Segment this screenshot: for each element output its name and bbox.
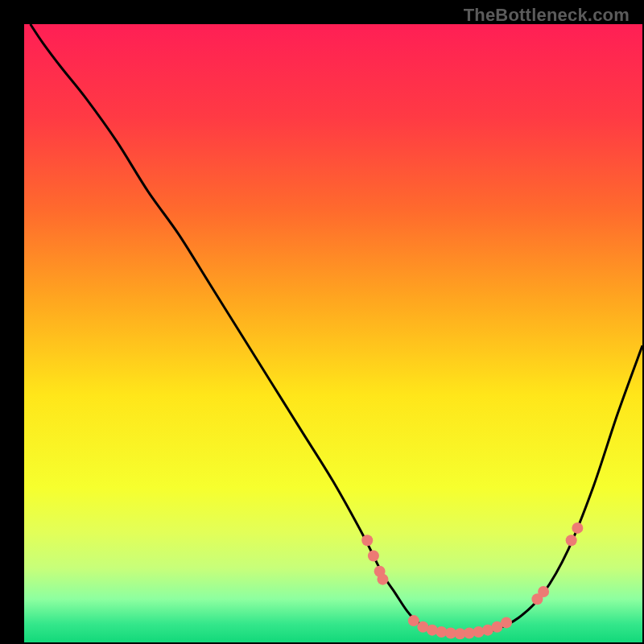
data-marker — [361, 535, 373, 546]
data-marker — [473, 626, 484, 638]
watermark-text: TheBottleneck.com — [464, 5, 630, 26]
data-marker — [572, 522, 583, 534]
data-marker — [427, 625, 438, 636]
data-marker — [408, 615, 419, 626]
data-marker — [566, 535, 577, 546]
data-marker — [377, 574, 388, 585]
data-marker — [538, 586, 549, 597]
gradient-background — [24, 24, 642, 642]
chart-frame — [12, 12, 630, 630]
data-marker — [368, 550, 379, 561]
bottleneck-chart — [24, 24, 642, 642]
data-marker — [501, 617, 512, 628]
